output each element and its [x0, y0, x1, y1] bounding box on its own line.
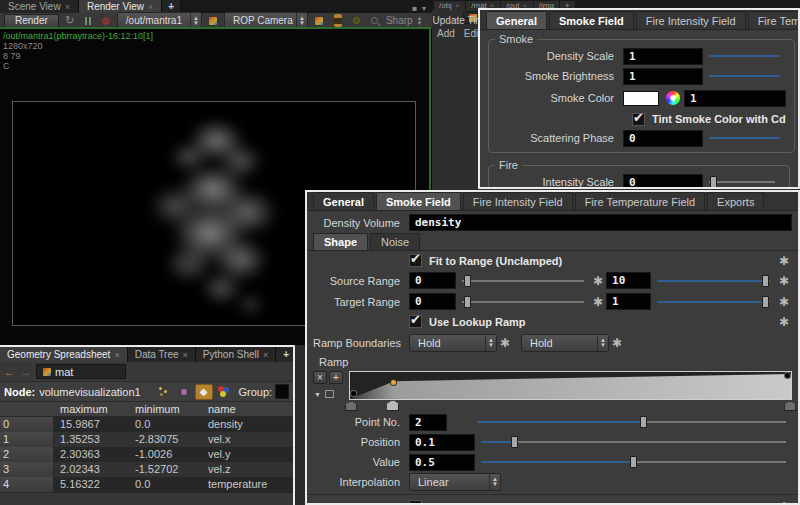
ramp-point-selected[interactable]: [391, 380, 396, 385]
tab-general[interactable]: General: [313, 192, 374, 210]
tab-noise[interactable]: Noise: [370, 233, 420, 250]
tab-fire-intensity-field[interactable]: Fire Intensity Field: [463, 192, 573, 210]
gear-icon[interactable]: ✱: [776, 316, 792, 328]
ramp-handle-selected[interactable]: [386, 400, 399, 411]
new-pane-tab-button[interactable]: +: [276, 347, 295, 362]
ramp-delete-point-button[interactable]: ×: [313, 371, 327, 384]
table-row[interactable]: 1 1.35253 -2.83075 vel.x: [0, 432, 293, 447]
smoke-color-field[interactable]: 1: [684, 90, 786, 107]
target-range-max-field[interactable]: 1: [606, 293, 651, 310]
target-range-min-field[interactable]: 0: [409, 293, 456, 310]
tab-shape[interactable]: Shape: [313, 233, 368, 250]
gear-icon[interactable]: ✱: [590, 296, 606, 308]
sharpness-selector[interactable]: Sharp: [386, 15, 413, 26]
vertices-mode-icon[interactable]: [175, 384, 193, 400]
density-scale-slider[interactable]: [709, 48, 780, 64]
detail-mode-icon[interactable]: [215, 384, 233, 400]
gear-icon[interactable]: ✱: [776, 296, 792, 308]
ramp-point-last[interactable]: [785, 373, 790, 378]
back-icon[interactable]: ←: [4, 366, 15, 378]
close-icon[interactable]: ×: [454, 2, 460, 9]
tab-smoke-field[interactable]: Smoke Field: [549, 11, 634, 29]
tab-fire-intensity-field[interactable]: Fire Intensity Field: [636, 11, 746, 29]
color-wheel-icon[interactable]: [666, 91, 680, 105]
table-row[interactable]: 2 2.30363 -1.0026 vel.y: [0, 447, 293, 462]
ramp-add-point-button[interactable]: +: [329, 371, 343, 384]
tab-exports[interactable]: Exports: [707, 192, 764, 210]
source-range-max-slider[interactable]: [657, 273, 770, 289]
ramp-boundary-left-select[interactable]: Hold ▲▼: [409, 334, 497, 352]
tab-fire-temperature-field[interactable]: Fire Temperature Field: [575, 192, 705, 210]
tab-python-shell[interactable]: Python Shell ×: [196, 347, 276, 362]
smoke-brightness-slider[interactable]: [709, 68, 780, 84]
refresh-icon[interactable]: ↻: [63, 14, 77, 27]
choose-rop-icon[interactable]: [206, 14, 220, 27]
position-field[interactable]: 0.1: [409, 434, 475, 451]
pane-menu-icon[interactable]: ▾: [422, 4, 426, 13]
value-slider[interactable]: [481, 454, 786, 470]
color-swatch[interactable]: [623, 91, 659, 106]
ramp-handle-last[interactable]: [784, 401, 796, 411]
gear-icon[interactable]: ✱: [590, 275, 606, 287]
collapse-icon[interactable]: ▼: [314, 391, 321, 398]
choose-camera-icon[interactable]: [312, 14, 326, 27]
position-slider[interactable]: [481, 434, 786, 450]
stop-icon[interactable]: [99, 14, 113, 27]
point-no-field[interactable]: 2: [409, 414, 447, 431]
close-icon[interactable]: ×: [148, 2, 153, 12]
fit-to-range-checkbox[interactable]: ✔: [409, 254, 422, 267]
points-mode-icon[interactable]: [155, 384, 173, 400]
close-icon[interactable]: ×: [65, 2, 70, 12]
menu-add[interactable]: Add: [437, 28, 455, 39]
contour-checkbox[interactable]: [409, 500, 422, 505]
forward-icon[interactable]: →: [20, 366, 31, 378]
path-tab-obj[interactable]: /obj ×: [434, 1, 465, 10]
gear-icon[interactable]: ✱: [776, 255, 792, 267]
tab-smoke-field[interactable]: Smoke Field: [376, 192, 461, 210]
scattering-phase-slider[interactable]: [709, 130, 780, 146]
source-range-max-field[interactable]: 10: [606, 272, 651, 289]
interpolation-select[interactable]: Linear ▲▼: [409, 473, 501, 491]
density-volume-field[interactable]: density: [409, 214, 792, 231]
target-range-max-slider[interactable]: [657, 294, 770, 310]
lights-icon[interactable]: [350, 14, 364, 27]
source-range-min-slider[interactable]: [462, 273, 584, 289]
snapshot-icon[interactable]: [334, 14, 342, 27]
close-icon[interactable]: ×: [183, 350, 188, 360]
tab-scene-view[interactable]: Scene View ×: [0, 0, 79, 13]
ramp-point-0[interactable]: [351, 391, 356, 396]
gear-icon[interactable]: ✱: [776, 501, 792, 505]
intensity-scale-field[interactable]: 0: [623, 174, 703, 190]
magnify-icon[interactable]: [368, 14, 382, 27]
table-row[interactable]: 0 15.9867 0.0 density: [0, 417, 293, 432]
ramp-options-icon[interactable]: [325, 390, 334, 398]
value-field[interactable]: 0.5: [409, 454, 475, 471]
tint-checkbox[interactable]: ✔: [632, 113, 645, 126]
pause-icon[interactable]: [81, 14, 95, 27]
tab-fire-temperature-field[interactable]: Fire Temperature Field: [748, 11, 800, 29]
primitives-mode-icon[interactable]: ◆: [195, 384, 213, 400]
gear-icon[interactable]: ✱: [497, 337, 513, 349]
scattering-phase-field[interactable]: 0: [623, 130, 703, 147]
render-button[interactable]: Render: [4, 14, 59, 28]
pane-maximize-icon[interactable]: ■: [412, 4, 417, 13]
tab-geometry-spreadsheet[interactable]: Geometry Spreadsheet ×: [0, 347, 128, 362]
intensity-scale-slider[interactable]: [709, 174, 775, 189]
close-icon[interactable]: ×: [263, 350, 268, 360]
tab-general[interactable]: General: [486, 11, 547, 29]
density-scale-field[interactable]: 1: [623, 48, 703, 65]
ramp-boundary-right-select[interactable]: Hold ▲▼: [521, 334, 609, 352]
group-field[interactable]: [275, 384, 289, 399]
point-no-slider[interactable]: [477, 414, 786, 430]
close-icon[interactable]: ×: [114, 350, 119, 360]
table-row[interactable]: 3 2.02343 -1.52702 vel.z: [0, 462, 293, 477]
target-range-min-slider[interactable]: [462, 294, 584, 310]
use-lookup-ramp-checkbox[interactable]: ✔: [409, 315, 422, 328]
gear-icon[interactable]: ✱: [609, 337, 625, 349]
table-row[interactable]: 4 5.16322 0.0 temperature: [0, 477, 293, 492]
ramp-gradient[interactable]: [349, 371, 792, 400]
tab-data-tree[interactable]: Data Tree ×: [128, 347, 196, 362]
spreadsheet-path-field[interactable]: mat: [36, 364, 126, 379]
source-range-min-field[interactable]: 0: [409, 272, 456, 289]
smoke-brightness-field[interactable]: 1: [623, 68, 703, 85]
